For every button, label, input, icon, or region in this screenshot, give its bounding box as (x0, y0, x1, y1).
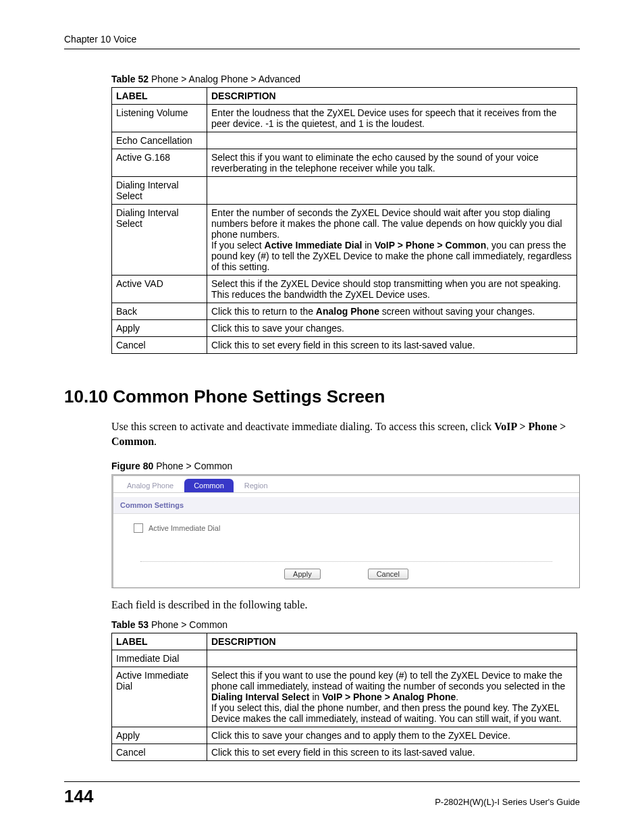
button-row: Apply Cancel (113, 569, 579, 588)
row-label: Apply (112, 320, 207, 337)
guide-name: P-2802H(W)(L)-I Series User's Guide (435, 797, 580, 807)
table-row: Active VAD Select this if the ZyXEL Devi… (112, 276, 577, 303)
table-row: Back Click this to return to the Analog … (112, 303, 577, 320)
desc-part: Click this to return to the (211, 306, 316, 317)
row-label: Dialing Interval Select (112, 205, 207, 276)
row-desc (207, 650, 577, 667)
table-52-caption: Table 52 Phone > Analog Phone > Advanced (111, 74, 580, 84)
panel-title: Common Settings (113, 497, 579, 514)
desc-part: in (362, 240, 375, 251)
desc-part: in (310, 692, 323, 702)
table-row: Listening Volume Enter the loudness that… (112, 105, 577, 132)
row-label: Apply (112, 727, 207, 744)
desc-part: . (456, 692, 458, 702)
table-header-row: LABEL DESCRIPTION (112, 633, 577, 650)
body-paragraph: Use this screen to activate and deactiva… (111, 419, 580, 448)
caption-bold: Figure 80 (111, 461, 153, 471)
caption-bold: Table 53 (111, 619, 149, 630)
row-desc: Click this to set every field in this sc… (207, 744, 577, 760)
table-header-row: LABEL DESCRIPTION (112, 88, 577, 105)
row-desc: Select this if you want to use the pound… (207, 667, 577, 727)
page-number: 144 (64, 786, 93, 807)
row-label: Listening Volume (112, 105, 207, 132)
caption-bold: Table 52 (111, 74, 149, 84)
row-label: Echo Cancellation (112, 132, 207, 149)
table-row: Apply Click this to save your changes an… (112, 727, 577, 744)
desc-part: If you select (211, 240, 265, 251)
figure-80-screenshot: Analog Phone Common Region Common Settin… (111, 474, 580, 588)
table-row: Apply Click this to save your changes. (112, 320, 577, 337)
row-desc: Select this if the ZyXEL Device should s… (207, 276, 577, 303)
table-row: Echo Cancellation (112, 132, 577, 149)
row-label: Dialing Interval Select (112, 177, 207, 205)
checkbox-active-immediate-dial[interactable] (134, 523, 143, 533)
row-desc: Enter the number of seconds the ZyXEL De… (207, 205, 577, 276)
table-52: LABEL DESCRIPTION Listening Volume Enter… (111, 87, 577, 354)
tab-analog-phone[interactable]: Analog Phone (117, 479, 183, 492)
body-paragraph: Each field is described in the following… (111, 598, 580, 613)
apply-button[interactable]: Apply (284, 569, 321, 579)
table-row: Active G.168 Select this if you want to … (112, 149, 577, 177)
desc-bold: Analog Phone (316, 306, 379, 317)
row-desc: Select this if you want to eliminate the… (207, 149, 577, 177)
row-label: Active G.168 (112, 149, 207, 177)
panel-body: Active Immediate Dial (113, 514, 579, 549)
col-label: LABEL (112, 633, 207, 650)
table-53-caption: Table 53 Phone > Common (111, 619, 580, 630)
checkbox-label: Active Immediate Dial (149, 524, 220, 532)
figure-80-caption: Figure 80 Phone > Common (111, 461, 580, 471)
col-desc: DESCRIPTION (207, 633, 577, 650)
desc-bold: VoIP > Phone > Analog Phone (322, 692, 456, 702)
row-label: Active Immediate Dial (112, 667, 207, 727)
row-label: Active VAD (112, 276, 207, 303)
row-desc: Click this to set every field in this sc… (207, 337, 577, 354)
desc-bold: Dialing Interval Select (211, 692, 310, 702)
row-desc: Click this to save your changes and to a… (207, 727, 577, 744)
separator (140, 561, 552, 562)
desc-bold: Active Immediate Dial (265, 240, 363, 251)
desc-part: If you select this, dial the phone numbe… (211, 702, 562, 724)
table-row: Cancel Click this to set every field in … (112, 337, 577, 354)
col-desc: DESCRIPTION (207, 88, 577, 105)
caption-rest: Phone > Common (153, 461, 232, 471)
desc-part: Enter the number of seconds the ZyXEL De… (211, 207, 562, 240)
row-label: Cancel (112, 337, 207, 354)
cancel-button[interactable]: Cancel (368, 569, 408, 579)
table-53: LABEL DESCRIPTION Immediate Dial Active … (111, 633, 577, 761)
row-label: Immediate Dial (112, 650, 207, 667)
table-row: Immediate Dial (112, 650, 577, 667)
chapter-header: Chapter 10 Voice (64, 34, 580, 49)
table-row: Dialing Interval Select (112, 177, 577, 205)
desc-part: Select this if you want to use the pound… (211, 670, 565, 692)
table-row: Active Immediate Dial Select this if you… (112, 667, 577, 727)
para-part: . (154, 436, 157, 447)
row-desc (207, 177, 577, 205)
row-label: Back (112, 303, 207, 320)
tab-region[interactable]: Region (235, 479, 277, 492)
row-desc: Click this to return to the Analog Phone… (207, 303, 577, 320)
tab-common[interactable]: Common (184, 479, 234, 492)
table-row: Cancel Click this to set every field in … (112, 744, 577, 760)
para-part: Use this screen to activate and deactiva… (111, 421, 494, 432)
col-label: LABEL (112, 88, 207, 105)
caption-rest: Phone > Analog Phone > Advanced (149, 74, 300, 84)
caption-rest: Phone > Common (149, 619, 227, 630)
page-footer: 144 P-2802H(W)(L)-I Series User's Guide (64, 781, 580, 807)
desc-bold: VoIP > Phone > Common (375, 240, 486, 251)
row-desc: Enter the loudness that the ZyXEL Device… (207, 105, 577, 132)
desc-part: screen without saving your changes. (379, 306, 535, 317)
tab-row: Analog Phone Common Region (113, 476, 579, 493)
checkbox-row: Active Immediate Dial (134, 523, 559, 533)
row-label: Cancel (112, 744, 207, 760)
row-desc (207, 132, 577, 149)
row-desc: Click this to save your changes. (207, 320, 577, 337)
section-heading: 10.10 Common Phone Settings Screen (64, 386, 580, 407)
table-row: Dialing Interval Select Enter the number… (112, 205, 577, 276)
